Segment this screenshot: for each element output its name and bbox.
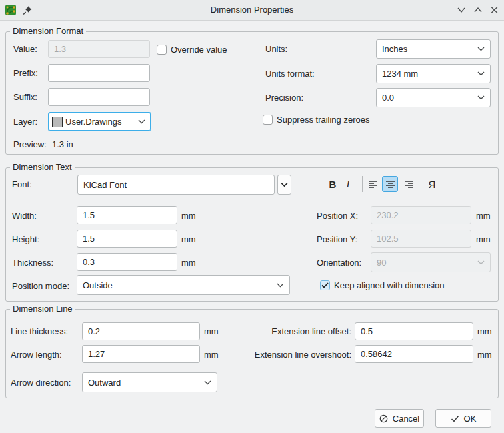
cancel-button[interactable]: Cancel [375,409,424,428]
line-thickness-unit: mm [204,326,219,338]
layer-value: User.Drawings [65,117,122,127]
extension-line-offset-label: Extension line offset: [271,326,351,338]
close-icon[interactable] [490,6,499,14]
orientation-value: 90 [377,258,386,268]
toolbar-separator [362,176,363,192]
units-value: Inches [382,44,407,54]
keep-aligned-checkbox[interactable] [320,280,330,290]
check-icon [321,282,329,288]
preview-label: Preview: [13,139,47,151]
position-mode-value: Outside [83,280,113,290]
thickness-label: Thickness: [12,257,53,269]
chevron-down-icon [477,47,485,51]
extension-line-overshoot-unit: mm [477,349,492,361]
thickness-unit: mm [181,257,196,269]
orientation-label: Orientation: [317,257,361,269]
italic-button[interactable]: I [341,176,355,192]
font-value: KiCad Font [83,180,127,190]
width-input[interactable] [77,206,177,224]
mirror-text-button[interactable]: Я [424,176,440,192]
extension-line-offset-unit: mm [477,326,492,338]
precision-select[interactable]: 0.0 [376,88,491,107]
units-format-label: Units format: [265,68,315,80]
extension-line-overshoot-label: Extension line overshoot: [255,349,351,361]
titlebar[interactable]: Dimension Properties [0,0,504,21]
units-select[interactable]: Inches [376,39,491,59]
chevron-down-icon [138,119,145,124]
width-label: Width: [12,210,37,222]
ok-check-icon [451,415,459,422]
shade-up-icon[interactable] [473,6,483,14]
bold-label: B [329,179,337,190]
prefix-input[interactable] [48,64,150,82]
height-label: Height: [12,234,39,246]
extension-line-overshoot-input[interactable] [355,345,473,363]
override-value-checkbox[interactable] [157,45,167,55]
value-label: Value: [13,43,37,55]
dimension-properties-dialog: Dimension Properties Dimension Format Va… [0,0,504,433]
arrow-length-label: Arrow length: [11,349,62,361]
cancel-icon [379,414,388,423]
width-unit: mm [181,210,196,222]
bold-button[interactable]: B [325,176,341,192]
arrow-direction-value: Outward [88,378,121,388]
window-title: Dimension Properties [0,0,504,20]
position-mode-label: Position mode: [12,280,69,292]
keep-aligned-label[interactable]: Keep aligned with dimension [334,280,445,292]
arrow-length-input[interactable] [82,345,200,363]
position-y-input [371,230,471,248]
position-y-unit: mm [476,234,491,246]
prefix-label: Prefix: [13,67,38,79]
align-left-button[interactable] [365,176,381,192]
arrow-direction-label: Arrow direction: [11,377,71,389]
italic-label: I [347,179,350,190]
suffix-input[interactable] [48,88,150,106]
units-format-select[interactable]: 1234 mm [376,64,491,83]
ok-button[interactable]: OK [435,409,491,428]
position-x-label: Position X: [317,210,358,222]
override-value-label[interactable]: Override value [171,44,227,56]
height-unit: mm [181,234,196,246]
units-label: Units: [265,43,287,55]
suppress-trailing-zeroes-label[interactable]: Suppress trailing zeroes [277,114,369,126]
align-right-button[interactable] [401,176,417,192]
align-center-icon [385,180,395,189]
align-left-icon [368,180,378,189]
height-input[interactable] [77,230,177,248]
units-format-value: 1234 mm [382,69,418,79]
ok-label: OK [464,414,477,424]
line-thickness-label: Line thickness: [11,326,68,338]
layer-color-swatch [52,117,63,127]
chevron-down-icon [477,260,485,265]
chevron-down-icon [277,283,284,288]
shade-down-icon[interactable] [457,6,466,14]
font-select[interactable]: KiCad Font [77,175,275,195]
mirror-text-label: Я [429,179,436,190]
toolbar-separator [445,176,445,192]
suppress-trailing-zeroes-checkbox[interactable] [263,115,273,125]
position-y-label: Position Y: [317,234,357,246]
precision-label: Precision: [265,92,303,104]
preview-value: 1.3 in [52,139,73,151]
chevron-down-icon [477,95,485,100]
toolbar-separator [321,176,321,192]
arrow-length-unit: mm [204,349,219,361]
dimension-format-group-title: Dimension Format [10,26,86,36]
position-mode-select[interactable]: Outside [77,275,290,295]
arrow-direction-select[interactable]: Outward [82,372,217,392]
layer-select[interactable]: User.Drawings [48,112,151,131]
value-input [48,40,150,58]
toolbar-separator [421,176,421,192]
line-thickness-input[interactable] [82,322,200,340]
font-dropdown-button[interactable] [277,175,291,195]
font-label: Font: [12,179,32,191]
orientation-select: 90 [371,252,491,272]
thickness-input[interactable] [77,253,177,271]
position-x-unit: mm [476,210,491,222]
chevron-down-icon [477,71,485,76]
extension-line-offset-input[interactable] [355,322,473,340]
cancel-label: Cancel [393,414,419,424]
align-center-button[interactable] [382,176,398,192]
chevron-down-icon [204,380,211,385]
chevron-down-icon [281,182,288,187]
